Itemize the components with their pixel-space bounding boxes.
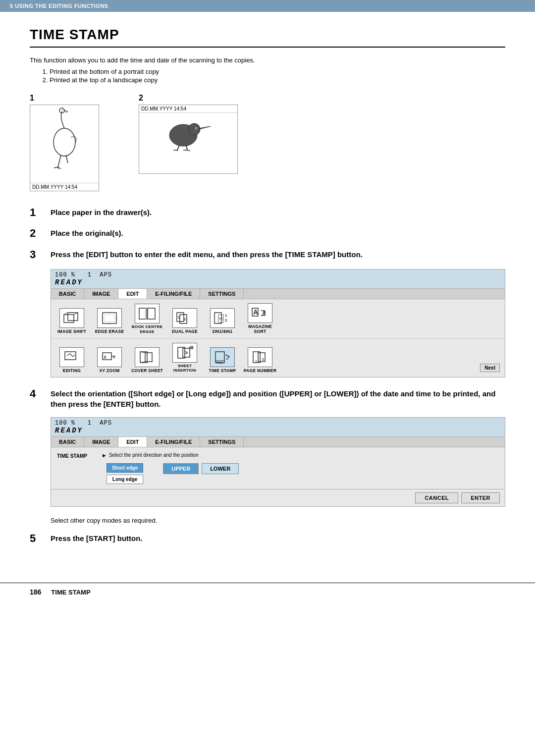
timestamp-bottom: DD.MM.YYYY 14:54 bbox=[30, 183, 99, 191]
step-5: 5 Press the [START] button. bbox=[30, 532, 505, 545]
select-instruction: Select the print direction and the posit… bbox=[109, 452, 199, 458]
svg-rect-18 bbox=[64, 315, 74, 323]
tab2-edit[interactable]: EDIT bbox=[118, 437, 147, 447]
svg-line-52 bbox=[185, 353, 188, 354]
btn-sheet-insertion-label: SHEETINSERTION bbox=[173, 364, 196, 373]
btn-2in1-label: 2IN1/4IN1 bbox=[213, 329, 233, 334]
step-3: 3 Press the [EDIT] button to enter the e… bbox=[30, 248, 505, 261]
diagram-box-landscape: DD.MM.YYYY 14:54 bbox=[139, 105, 238, 174]
svg-point-2 bbox=[62, 109, 63, 110]
select-modes-text: Select other copy modes as required. bbox=[51, 517, 505, 524]
step-number-1: 1 bbox=[30, 206, 44, 219]
next-btn-container[interactable]: Next bbox=[480, 364, 500, 372]
panel1-tabs: BASIC IMAGE EDIT E-FILING/FILE SETTINGS bbox=[51, 288, 505, 299]
panel2-tabs: BASIC IMAGE EDIT E-FILING/FILE SETTINGS bbox=[51, 436, 505, 447]
svg-line-7 bbox=[66, 155, 68, 163]
timestamp-top: DD.MM.YYYY 14:54 bbox=[139, 105, 237, 113]
tab2-image[interactable]: IMAGE bbox=[84, 437, 118, 447]
btn-editing-label: EDITING bbox=[63, 368, 81, 373]
diagram-portrait: 1 bbox=[30, 94, 99, 191]
lower-button[interactable]: LOWER bbox=[202, 463, 239, 474]
btn-cover-sheet-label: COVER SHEET bbox=[131, 368, 163, 373]
step-number-2: 2 bbox=[30, 227, 44, 240]
btn-xy-zoom[interactable]: X Y XY ZOOM bbox=[93, 347, 126, 373]
svg-text:1: 1 bbox=[178, 316, 180, 319]
kiwi-svg bbox=[163, 111, 213, 151]
btn-page-number[interactable]: 1 2 PAGE NUMBER bbox=[243, 347, 277, 373]
editing-icon bbox=[59, 347, 84, 367]
step-text-4: Select the orientation ([Short edge] or … bbox=[51, 387, 505, 409]
step-text-1: Place paper in the drawer(s). bbox=[51, 206, 152, 217]
btn-edge-erase[interactable]: EDGE ERASE bbox=[93, 308, 126, 334]
step-text-3: Press the [EDIT] button to enter the edi… bbox=[51, 248, 363, 260]
upper-button[interactable]: UPPER bbox=[163, 463, 199, 474]
tab-edit[interactable]: EDIT bbox=[118, 289, 147, 299]
ui-panel-1: 100 % 1 APS READY BASIC IMAGE EDIT E-FIL… bbox=[51, 269, 505, 378]
tab-image[interactable]: IMAGE bbox=[84, 289, 118, 299]
tab2-settings[interactable]: SETTINGS bbox=[200, 437, 244, 447]
btn-time-stamp[interactable]: TIME TIME STAMP bbox=[206, 347, 239, 373]
svg-line-51 bbox=[185, 351, 188, 353]
panel2-status: READY bbox=[55, 427, 83, 434]
page-number-icon: 1 2 bbox=[248, 347, 272, 367]
select-row: TIME STAMP ► Select the print direction … bbox=[57, 452, 499, 484]
svg-line-6 bbox=[58, 167, 61, 169]
svg-line-59 bbox=[226, 357, 229, 360]
btn-dual-page[interactable]: 1 3 DUAL PAGE bbox=[168, 308, 202, 334]
svg-rect-46 bbox=[145, 353, 152, 362]
tab2-basic[interactable]: BASIC bbox=[51, 437, 84, 447]
btn-cover-sheet[interactable]: COVER SHEET bbox=[130, 347, 164, 373]
svg-rect-33 bbox=[218, 315, 223, 318]
diagram-number-1: 1 bbox=[30, 94, 34, 103]
panel2-content: TIME STAMP ► Select the print direction … bbox=[51, 447, 505, 489]
panel2-footer: CANCEL ENTER bbox=[51, 489, 505, 506]
svg-point-9 bbox=[188, 123, 200, 135]
upper-lower-area: UPPER LOWER bbox=[163, 463, 239, 474]
btn-magazine-sort[interactable]: A A MAGAZINE SORT bbox=[243, 303, 277, 334]
step-text-5: Press the [START] button. bbox=[51, 532, 143, 543]
tab-basic[interactable]: BASIC bbox=[51, 289, 84, 299]
btn-book-centre-label: BOOK CENTREERASE bbox=[132, 324, 162, 334]
book-centre-icon bbox=[135, 304, 160, 324]
svg-rect-45 bbox=[140, 352, 147, 363]
diagram-number-2: 2 bbox=[139, 94, 143, 103]
page-footer: 186 TIME STAMP bbox=[0, 583, 535, 601]
section-header: 5 USING THE EDITING FUNCTIONS bbox=[0, 0, 535, 12]
svg-rect-25 bbox=[148, 308, 155, 319]
btn-book-centre[interactable]: BOOK CENTREERASE bbox=[130, 304, 164, 334]
svg-text:10TH: 10TH bbox=[190, 345, 194, 348]
long-edge-button[interactable]: Long edge bbox=[107, 475, 143, 484]
section-title: 5 USING THE EDITING FUNCTIONS bbox=[10, 3, 108, 9]
select-section-label: TIME STAMP bbox=[57, 452, 97, 459]
panel1-row1: IMAGE SHIFT EDGE ERASE bbox=[51, 299, 505, 338]
tab2-efiling[interactable]: E-FILING/FILE bbox=[147, 437, 200, 447]
panel1-row2: EDITING X Y XY ZOOM bbox=[51, 338, 505, 377]
btn-page-number-label: PAGE NUMBER bbox=[244, 368, 276, 373]
svg-line-12 bbox=[177, 145, 179, 150]
svg-text:1: 1 bbox=[225, 313, 227, 318]
panel1-header: 100 % 1 APS READY bbox=[51, 270, 505, 288]
step-1: 1 Place paper in the drawer(s). bbox=[30, 206, 505, 219]
svg-rect-23 bbox=[105, 315, 114, 322]
next-button[interactable]: Next bbox=[480, 364, 500, 372]
btn-image-shift[interactable]: IMAGE SHIFT bbox=[55, 308, 89, 334]
svg-line-4 bbox=[54, 167, 58, 168]
btn-magazine-sort-label: MAGAZINE SORT bbox=[243, 324, 277, 334]
step-2: 2 Place the original(s). bbox=[30, 227, 505, 240]
cancel-button[interactable]: CANCEL bbox=[415, 492, 458, 503]
svg-point-0 bbox=[54, 128, 75, 156]
svg-line-3 bbox=[58, 155, 61, 167]
tab-settings[interactable]: SETTINGS bbox=[200, 289, 244, 299]
svg-text:2: 2 bbox=[225, 318, 227, 323]
btn-2in1[interactable]: 1 2 2IN1/4IN1 bbox=[206, 308, 239, 334]
svg-text:TIME: TIME bbox=[216, 361, 223, 364]
btn-editing[interactable]: EDITING bbox=[55, 347, 89, 373]
enter-button[interactable]: ENTER bbox=[461, 492, 500, 503]
intro-text: This function allows you to add the time… bbox=[30, 56, 505, 64]
short-edge-button[interactable]: Short edge bbox=[107, 463, 143, 473]
tab-efiling[interactable]: E-FILING/FILE bbox=[147, 289, 200, 299]
svg-text:1: 1 bbox=[255, 360, 257, 363]
ui-panel-2: 100 % 1 APS READY BASIC IMAGE EDIT E-FIL… bbox=[51, 417, 505, 507]
btn-sheet-insertion[interactable]: SB 10TH SHEETINSERTION bbox=[168, 343, 202, 373]
svg-text:A: A bbox=[253, 308, 258, 316]
